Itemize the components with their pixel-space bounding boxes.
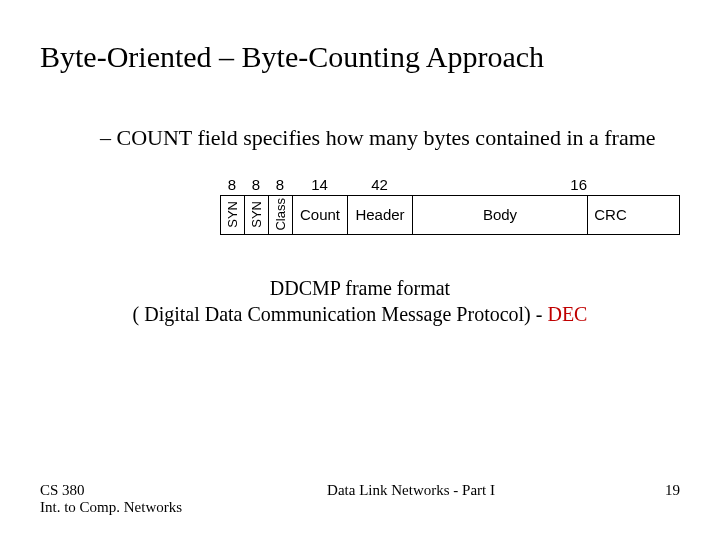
caption-dec: DEC — [547, 303, 587, 325]
caption-line1: DDCMP frame format — [40, 275, 680, 301]
field-syn2: SYN — [245, 196, 269, 234]
frame-bit-widths: 8 8 8 14 42 16 — [220, 176, 680, 193]
field-class: Class — [269, 196, 293, 234]
bits-syn1: 8 — [220, 176, 244, 193]
slide: Byte-Oriented – Byte-Counting Approach C… — [0, 0, 720, 540]
page-number: 19 — [640, 482, 680, 499]
footer-left: CS 380 Int. to Comp. Networks — [40, 482, 182, 516]
field-crc: CRC — [588, 196, 633, 234]
bits-syn2: 8 — [244, 176, 268, 193]
frame-diagram: 8 8 8 14 42 16 SYN SYN Class Count Heade… — [220, 176, 680, 235]
field-body: Body — [413, 196, 588, 234]
frame-caption: DDCMP frame format ( Digital Data Commun… — [40, 275, 680, 327]
slide-footer: CS 380 Int. to Comp. Networks Data Link … — [40, 482, 680, 516]
bits-class: 8 — [268, 176, 292, 193]
frame-fields: SYN SYN Class Count Header Body CRC — [220, 195, 680, 235]
bits-header: 42 — [347, 176, 412, 193]
bits-crc: 16 — [412, 176, 591, 193]
slide-title: Byte-Oriented – Byte-Counting Approach — [40, 40, 680, 74]
footer-center: Data Link Networks - Part I — [182, 482, 640, 499]
caption-line2: ( Digital Data Communication Message Pro… — [40, 301, 680, 327]
bullet-count-field: COUNT field specifies how many bytes con… — [100, 124, 660, 152]
field-header: Header — [348, 196, 413, 234]
field-syn1: SYN — [221, 196, 245, 234]
field-count: Count — [293, 196, 348, 234]
bits-count: 14 — [292, 176, 347, 193]
